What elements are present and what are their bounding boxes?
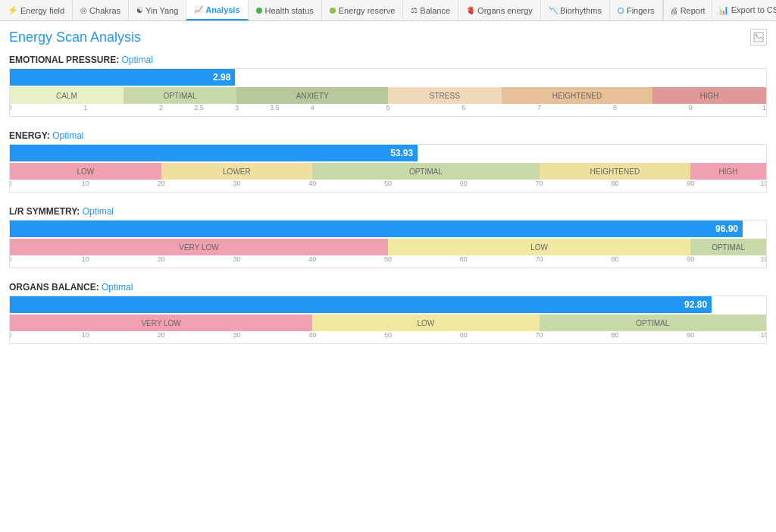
metric-organs-balance: ORGANS BALANCE: Optimal92.80VERY LOWLOWO… <box>9 282 767 344</box>
scale-segment: OPTIMAL <box>690 239 766 255</box>
axis-tick: 80 <box>611 255 618 263</box>
axis-tick: 0 <box>9 255 12 263</box>
page-title: Energy Scan Analysis <box>9 29 767 45</box>
axis-tick: 80 <box>611 331 618 339</box>
metrics-container: EMOTIONAL PRESSURE: Optimal2.98CALMOPTIM… <box>9 55 767 344</box>
axis-tick: 0 <box>9 180 12 187</box>
scale-segment: STRESS <box>388 87 502 104</box>
bar-fill-energy: 53.93 <box>10 145 418 161</box>
axis-tick: 60 <box>460 331 468 339</box>
axis-tick: 100 <box>760 255 767 263</box>
axis-tick: 10 <box>82 180 89 187</box>
axis-tick: 50 <box>384 255 392 263</box>
bar-container-organs-balance: 92.80 <box>10 296 766 313</box>
axis-tick: 90 <box>687 180 694 187</box>
scale-segment: OPTIMAL <box>124 87 237 104</box>
axis-tick: 9 <box>689 104 693 111</box>
scale-segment: VERY LOW <box>10 239 388 255</box>
axis-tick: 10 <box>762 104 767 111</box>
axis-tick: 3.5 <box>270 104 280 111</box>
scale-segment: CALM <box>10 87 124 104</box>
axis-tick: 100 <box>760 331 767 339</box>
axis-row-lr-symmetry: 0102030405060708090100 <box>10 255 766 266</box>
axis-tick: 30 <box>233 255 240 263</box>
axis-tick: 20 <box>158 180 165 187</box>
axis-tick: 40 <box>308 180 316 187</box>
axis-tick: 90 <box>687 331 694 339</box>
axis-tick: 30 <box>233 331 240 339</box>
tab-yin-yang[interactable]: ☯Yin Yang <box>129 0 186 20</box>
tab-report[interactable]: 🖨 Report <box>663 0 712 20</box>
tab-chakras[interactable]: ◎Chakras <box>73 0 129 20</box>
metric-lr-symmetry: L/R SYMMETRY: Optimal96.90VERY LOWLOWOPT… <box>9 206 767 268</box>
axis-tick: 3 <box>235 104 239 111</box>
axis-row-energy: 0102030405060708090100 <box>10 180 766 190</box>
tab-export-csv[interactable]: 📊 Export to CSV <box>712 0 776 20</box>
axis-tick: 70 <box>536 255 543 263</box>
scale-segment: LOW <box>312 315 539 331</box>
axis-tick: 40 <box>308 255 316 263</box>
scale-segment: LOW <box>10 163 161 180</box>
scale-bar-energy: LOWLOWEROPTIMALHEIGHTENEDHIGH <box>10 163 766 180</box>
axis-tick: 10 <box>82 331 89 339</box>
tab-biorhythms[interactable]: 📉Biorhythms <box>541 0 610 20</box>
axis-tick: 30 <box>233 180 240 187</box>
bar-fill-organs-balance: 92.80 <box>10 296 712 313</box>
axis-tick: 100 <box>760 180 767 187</box>
bar-container-emotional-pressure: 2.98 <box>10 69 766 86</box>
axis-tick: 4 <box>311 104 314 111</box>
axis-tick: 70 <box>536 331 543 339</box>
scale-segment: ANXIETY <box>236 87 388 104</box>
metric-label-emotional-pressure: EMOTIONAL PRESSURE: Optimal <box>9 55 767 65</box>
scale-segment: OPTIMAL <box>540 315 766 331</box>
scale-segment: HEIGHTENED <box>502 87 653 104</box>
tab-analysis[interactable]: 📈Analysis <box>186 0 248 20</box>
scale-segment: OPTIMAL <box>312 163 539 180</box>
tab-energy-field[interactable]: ⚡Energy field <box>0 0 73 20</box>
tab-health-status[interactable]: Health status <box>249 0 322 20</box>
axis-tick: 70 <box>536 180 543 187</box>
metric-label-lr-symmetry: L/R SYMMETRY: Optimal <box>9 206 767 217</box>
page-title-text: Energy Scan Analysis <box>9 30 141 45</box>
tab-energy-reserve[interactable]: Energy reserve <box>322 0 404 20</box>
axis-tick: 20 <box>158 331 165 339</box>
axis-tick: 0 <box>9 104 12 111</box>
scale-bar-lr-symmetry: VERY LOWLOWOPTIMAL <box>10 239 766 255</box>
metric-energy: ENERGY: Optimal53.93LOWLOWEROPTIMALHEIGH… <box>9 130 767 192</box>
axis-tick: 80 <box>611 180 618 187</box>
svg-rect-0 <box>754 33 763 42</box>
chart-wrapper-energy: 53.93LOWLOWEROPTIMALHEIGHTENEDHIGH010203… <box>9 144 767 192</box>
metric-label-energy: ENERGY: Optimal <box>9 130 767 141</box>
scale-segment: HIGH <box>690 163 766 180</box>
axis-tick: 90 <box>687 255 694 263</box>
axis-row-emotional-pressure: 0122.533.545678910 <box>10 104 766 114</box>
axis-tick: 0 <box>9 331 12 339</box>
tab-organs-energy[interactable]: 🫀Organs energy <box>458 0 541 20</box>
axis-tick: 10 <box>82 255 89 263</box>
bar-container-lr-symmetry: 96.90 <box>10 221 766 237</box>
metric-label-organs-balance: ORGANS BALANCE: Optimal <box>9 282 767 293</box>
main-content: Energy Scan Analysis EMOTIONAL PRESSURE:… <box>0 21 776 365</box>
axis-tick: 20 <box>158 255 165 263</box>
tab-fingers[interactable]: Fingers <box>610 0 663 20</box>
axis-tick: 6 <box>462 104 465 111</box>
scale-segment: VERY LOW <box>10 315 312 331</box>
axis-tick: 50 <box>384 180 392 187</box>
chart-wrapper-organs-balance: 92.80VERY LOWLOWOPTIMAL01020304050607080… <box>9 296 767 344</box>
axis-tick: 60 <box>460 255 468 263</box>
tab-bar: ⚡Energy field◎Chakras☯Yin Yang📈AnalysisH… <box>0 0 776 21</box>
scale-bar-organs-balance: VERY LOWLOWOPTIMAL <box>10 315 766 331</box>
scale-segment: HEIGHTENED <box>540 163 691 180</box>
metric-emotional-pressure: EMOTIONAL PRESSURE: Optimal2.98CALMOPTIM… <box>9 55 767 117</box>
axis-tick: 40 <box>308 331 316 339</box>
image-icon[interactable] <box>750 29 767 45</box>
bar-fill-lr-symmetry: 96.90 <box>10 221 743 237</box>
scale-segment: HIGH <box>652 87 766 104</box>
tab-balance[interactable]: ⚖Balance <box>403 0 458 20</box>
axis-tick: 2 <box>159 104 163 111</box>
bar-fill-emotional-pressure: 2.98 <box>10 69 235 86</box>
axis-tick: 1 <box>83 104 87 111</box>
axis-tick: 5 <box>386 104 390 111</box>
scale-segment: LOWER <box>161 163 313 180</box>
scale-segment: LOW <box>388 239 690 255</box>
